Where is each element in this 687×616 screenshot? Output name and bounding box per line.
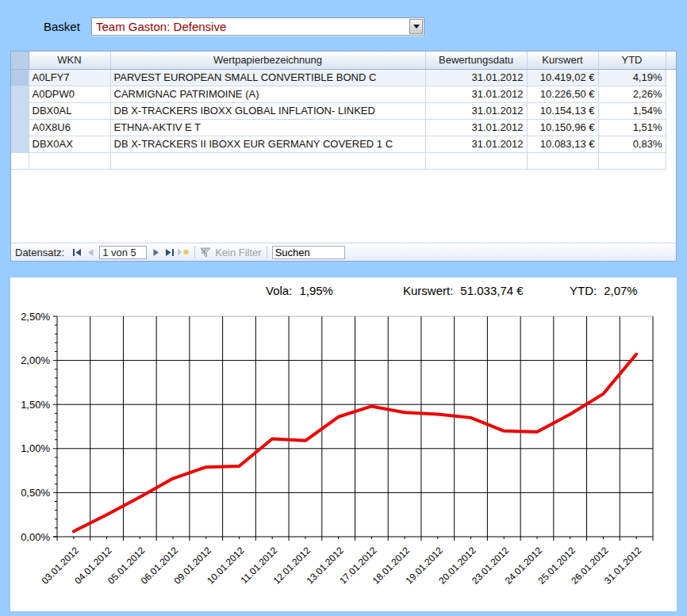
ytd-label: YTD: [570,284,597,297]
portfolio-stats: Vola: 1,95% Kurswert: 51.033,74 € YTD: 2… [10,277,677,300]
y-axis-label: 1,50% [21,399,50,411]
records-panel: WKN Wertpapierbezeichnung Bewertungsdatu… [10,51,677,262]
vola-label: Vola: [266,284,292,297]
separator [267,246,267,258]
record-position-box[interactable]: 1 von 5 [99,246,147,259]
y-axis-label: 1,00% [21,442,50,454]
cell-date[interactable]: 31.01.2012 [425,102,527,119]
table-row[interactable]: A0X8U6 ETHNA-AKTIV E T 31.01.2012 10.150… [11,119,676,136]
select-all-corner[interactable] [11,52,29,69]
y-axis-label: 2,00% [21,354,50,366]
filter-label: Kein Filter [215,247,262,258]
kurswert-label: Kurswert: [403,284,453,297]
cell-date[interactable]: 31.01.2012 [425,136,527,152]
separator [194,246,195,258]
cell-date[interactable]: 31.01.2012 [425,69,527,86]
y-axis-label: 0,50% [21,487,50,499]
basket-row: Basket Team Gaston: Defensive [44,17,424,36]
kurswert-value: 51.033,74 € [460,284,523,297]
row-selector[interactable] [11,102,29,119]
new-record-button[interactable] [176,246,190,259]
column-header-kurswert[interactable]: Kurswert [527,52,598,69]
table-row[interactable]: DBX0AL DB X-TRACKERS IBOXX GLOBAL INFLAT… [11,102,676,119]
record-navigator: Datensatz: 1 von 5 [11,243,676,261]
last-record-button[interactable] [163,246,176,259]
new-record-icon [177,248,190,256]
cell-name[interactable]: PARVEST EUROPEAN SMALL CONVERTIBLE BOND … [110,69,425,86]
table-row[interactable]: DBX0AX DB X-TRACKERS II IBOXX EUR GERMAN… [11,136,676,152]
filter-icon [200,247,211,258]
cell-name[interactable]: DB X-TRACKERS II IBOXX EUR GERMANY COVER… [110,136,425,152]
cell-wkn[interactable]: DBX0AX [29,136,110,152]
cell-name[interactable]: DB X-TRACKERS IBOXX GLOBAL INFLATION- LI… [110,102,425,119]
table-header-row: WKN Wertpapierbezeichnung Bewertungsdatu… [11,52,676,69]
column-header-date[interactable]: Bewertungsdatu [425,52,527,69]
cell-date[interactable]: 31.01.2012 [425,119,527,136]
cell-date[interactable]: 31.01.2012 [425,86,527,102]
cell-wkn[interactable]: DBX0AL [29,102,110,119]
cell-ytd[interactable]: 2,26% [598,86,666,102]
chart-svg: 0,00%0,50%1,00%1,50%2,00%2,50%03.01.2012… [10,300,677,611]
row-selector[interactable] [11,136,29,152]
chart-panel: Vola: 1,95% Kurswert: 51.033,74 € YTD: 2… [10,277,677,611]
row-selector[interactable] [11,86,29,102]
cell-wkn[interactable]: A0LFY7 [29,69,110,86]
previous-record-icon [86,249,94,256]
header-filler [666,52,676,69]
vola-stat: Vola: 1,95% [266,284,333,297]
previous-record-button[interactable] [83,246,97,259]
basket-label: Basket [44,20,91,33]
next-record-icon [152,249,160,256]
securities-table: WKN Wertpapierbezeichnung Bewertungsdatu… [11,52,676,170]
first-record-icon [72,249,82,256]
app-window: Basket Team Gaston: Defensive WKN Wertpa… [0,0,687,616]
cell-kurswert[interactable]: 10.154,13 € [527,102,598,119]
y-axis-label: 0,00% [21,531,50,543]
cell-wkn[interactable]: A0X8U6 [29,119,110,136]
dropdown-button[interactable] [409,19,423,34]
kurswert-stat: Kurswert: 51.033,74 € [403,284,524,297]
cell-wkn[interactable]: A0DPW0 [29,86,110,102]
row-selector[interactable] [11,119,29,136]
row-selector[interactable] [11,152,29,169]
chevron-down-icon [413,25,420,29]
y-axis-label: 2,50% [21,311,50,323]
ytd-value: 2,07% [604,284,638,297]
table-row[interactable]: A0DPW0 CARMIGNAC PATRIMOINE (A) 31.01.20… [11,86,676,102]
cell-ytd[interactable]: 4,19% [598,69,666,86]
basket-combobox[interactable]: Team Gaston: Defensive [91,17,424,36]
column-header-ytd[interactable]: YTD [598,52,666,69]
ytd-stat: YTD: 2,07% [570,284,638,297]
cell-kurswert[interactable]: 10.150,96 € [527,119,598,136]
cell-kurswert[interactable]: 10.226,50 € [527,86,598,102]
basket-value: Team Gaston: Defensive [92,20,409,33]
cell-ytd[interactable]: 1,54% [598,102,666,119]
cell-ytd[interactable]: 0,83% [598,136,666,152]
new-record-row[interactable] [11,152,676,169]
cell-name[interactable]: ETHNA-AKTIV E T [110,119,425,136]
column-header-name[interactable]: Wertpapierbezeichnung [110,52,425,69]
cell-kurswert[interactable]: 10.083,13 € [527,136,598,152]
next-record-button[interactable] [149,246,163,259]
cell-ytd[interactable]: 1,51% [598,119,666,136]
table-row[interactable]: A0LFY7 PARVEST EUROPEAN SMALL CONVERTIBL… [11,69,676,86]
record-navigator-label: Datensatz: [15,247,64,258]
last-record-icon [165,249,175,256]
search-input[interactable] [272,246,345,259]
column-header-wkn[interactable]: WKN [29,52,110,69]
cell-kurswert[interactable]: 10.419,02 € [527,69,598,86]
first-record-button[interactable] [70,246,83,259]
cell-name[interactable]: CARMIGNAC PATRIMOINE (A) [110,86,425,102]
vola-value: 1,95% [299,284,333,297]
row-selector[interactable] [11,69,29,86]
filter-button[interactable]: Kein Filter [200,247,262,258]
